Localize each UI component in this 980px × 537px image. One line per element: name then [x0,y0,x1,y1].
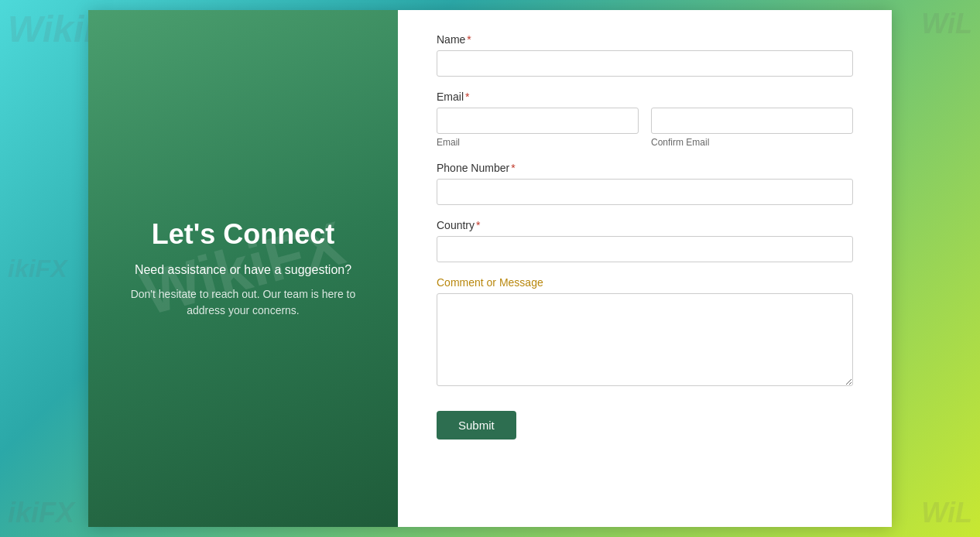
panel-title: Let's Connect [152,218,335,251]
email-label: Email* [437,91,853,103]
email-input[interactable] [437,108,639,134]
left-panel: WikiFX Let's Connect Need assistance or … [88,10,398,527]
phone-input[interactable] [437,179,853,205]
main-container: WikiFX Let's Connect Need assistance or … [88,10,892,527]
email-field-wrap: Email [437,108,639,148]
confirm-email-field-wrap: Confirm Email [651,108,853,148]
message-textarea[interactable] [437,293,853,386]
email-row: Email Confirm Email [437,108,853,148]
message-label: Comment or Message [437,276,853,289]
name-group: Name* [437,33,853,77]
panel-subtitle: Need assistance or have a suggestion? [135,263,351,277]
message-group: Comment or Message [437,276,853,389]
panel-description: Don't hesitate to reach out. Our team is… [111,286,375,319]
name-input[interactable] [437,50,853,77]
phone-group: Phone Number* [437,162,853,205]
confirm-email-input[interactable] [651,108,853,134]
email-hint: Email [437,137,639,148]
country-label: Country* [437,219,853,231]
right-panel: Name* Email* Email Confirm Email [398,10,892,527]
email-group: Email* Email Confirm Email [437,91,853,148]
name-label: Name* [437,33,853,46]
submit-button[interactable]: Submit [437,411,516,440]
phone-label: Phone Number* [437,162,853,174]
country-group: Country* [437,219,853,262]
confirm-email-hint: Confirm Email [651,137,853,148]
country-input[interactable] [437,236,853,262]
